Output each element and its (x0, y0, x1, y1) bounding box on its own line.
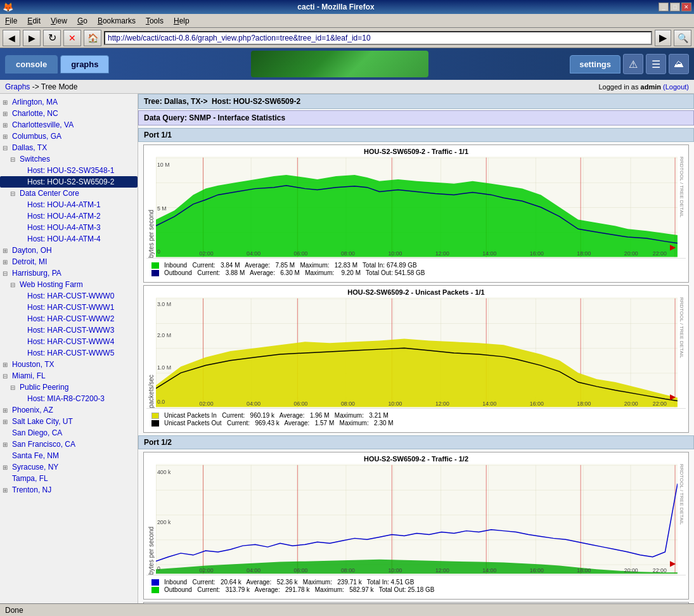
logout-link[interactable]: (Logout) (663, 83, 689, 91)
sidebar-item-www2[interactable]: Host: HAR-CUST-WWW2 (0, 313, 138, 324)
datacenter-link[interactable]: Data Center Core (20, 189, 79, 198)
www2-link[interactable]: Host: HAR-CUST-WWW2 (27, 314, 114, 323)
sw6509-link[interactable]: Host: HOU-S2-SW6509-2 (27, 177, 114, 186)
santafe-link[interactable]: Santa Fe, NM (12, 451, 59, 460)
charlotte-link[interactable]: Charlotte, NC (12, 109, 58, 118)
forward-button[interactable]: ▶ (23, 30, 41, 46)
graphs-breadcrumb-link[interactable]: Graphs (5, 82, 30, 91)
sidebar-item-dayton[interactable]: ⊞ Dayton, OH (0, 245, 138, 256)
trenton-link[interactable]: Trenton, NJ (12, 485, 51, 494)
sidebar-item-saltlake[interactable]: ⊞ Salt Lake City, UT (0, 416, 138, 427)
arlington-link[interactable]: Arlington, MA (12, 98, 58, 106)
maximize-button[interactable]: □ (670, 3, 680, 11)
webhosting-link[interactable]: Web Hosting Farm (20, 280, 83, 289)
tampa-link[interactable]: Tampa, FL (12, 474, 48, 483)
sidebar-item-harrisburg[interactable]: ⊟ Harrisburg, PA (0, 267, 138, 279)
menu-bookmarks[interactable]: Bookmarks (95, 15, 138, 27)
search-button[interactable]: 🔍 (674, 30, 691, 46)
harrisburg-link[interactable]: Harrisburg, PA (12, 269, 61, 278)
menu-go[interactable]: Go (75, 15, 90, 27)
www3-link[interactable]: Host: HAR-CUST-WWW3 (27, 326, 114, 335)
sidebar-item-switches[interactable]: ⊟ Switches (0, 153, 138, 165)
sidebar-item-trenton[interactable]: ⊞ Trenton, NJ (0, 484, 138, 496)
atm4-link[interactable]: Host: HOU-A4-ATM-4 (27, 234, 101, 243)
sidebar-item-www1[interactable]: Host: HAR-CUST-WWW1 (0, 302, 138, 313)
reload-button[interactable]: ↻ (43, 30, 61, 46)
sidebar-item-santafe[interactable]: Santa Fe, NM (0, 450, 138, 461)
www5-link[interactable]: Host: HAR-CUST-WWW5 (27, 349, 114, 357)
miami-link[interactable]: Miami, FL (12, 371, 46, 380)
sidebar-item-miami[interactable]: ⊟ Miami, FL (0, 370, 138, 382)
sanfrancisco-link[interactable]: San Francisco, CA (12, 440, 75, 449)
phoenix-link[interactable]: Phoenix, AZ (12, 406, 53, 414)
sidebar-item-atm1[interactable]: Host: HOU-A4-ATM-1 (0, 199, 138, 210)
menu-tools[interactable]: Tools (143, 15, 166, 27)
sidebar-item-atm3[interactable]: Host: HOU-A4-ATM-3 (0, 222, 138, 233)
sidebar-item-publicpeering[interactable]: ⊟ Public Peering (0, 382, 138, 393)
data-query-label: Data Query: SNMP - Interface Statistics (144, 113, 285, 122)
back-button[interactable]: ◀ (3, 30, 20, 46)
sidebar-item-www3[interactable]: Host: HAR-CUST-WWW3 (0, 324, 138, 336)
stop-button[interactable]: ✕ (63, 30, 81, 46)
sidebar-item-columbus[interactable]: ⊞ Columbus, GA (0, 131, 138, 142)
sw3548-link[interactable]: Host: HOU-S2-SW3548-1 (27, 166, 114, 175)
atm2-link[interactable]: Host: HOU-A4-ATM-2 (27, 212, 101, 221)
c7200-link[interactable]: Host: MIA-R8-C7200-3 (27, 394, 105, 403)
sidebar-item-dallas[interactable]: ⊟ Dallas, TX (0, 142, 138, 153)
address-bar (104, 31, 652, 45)
dallas-link[interactable]: Dallas, TX (12, 143, 47, 152)
menu-help[interactable]: Help (171, 15, 192, 27)
address-input[interactable] (108, 34, 648, 42)
sidebar-item-www5[interactable]: Host: HAR-CUST-WWW5 (0, 347, 138, 359)
sidebar-item-detroit[interactable]: ⊞ Detroit, MI (0, 256, 138, 267)
publicpeering-link[interactable]: Public Peering (20, 383, 68, 392)
switches-link[interactable]: Switches (20, 155, 50, 164)
www1-link[interactable]: Host: HAR-CUST-WWW1 (27, 303, 114, 312)
detroit-link[interactable]: Detroit, MI (12, 257, 47, 266)
right-label-unicast-11: RRDTOOL / TREE DETAIL (678, 297, 686, 408)
sidebar-item-tampa[interactable]: Tampa, FL (0, 473, 138, 484)
syracuse-link[interactable]: Syracuse, NY (12, 463, 58, 472)
alert-icon-button[interactable]: ⚠ (623, 54, 643, 74)
sidebar-item-phoenix[interactable]: ⊞ Phoenix, AZ (0, 404, 138, 416)
www0-link[interactable]: Host: HAR-CUST-WWW0 (27, 292, 114, 300)
graphs-tab[interactable]: graphs (60, 55, 109, 74)
atm1-link[interactable]: Host: HOU-A4-ATM-1 (27, 200, 101, 209)
go-button[interactable]: ▶ (655, 30, 671, 46)
www4-link[interactable]: Host: HAR-CUST-WWW4 (27, 337, 114, 346)
sidebar-item-sandiego[interactable]: San Diego, CA (0, 427, 138, 439)
graph-traffic-12: HOU-S2-SW6509-2 - Traffic - 1/2 bytes pe… (143, 452, 689, 600)
sidebar-item-datacenter[interactable]: ⊟ Data Center Core (0, 188, 138, 199)
settings-button[interactable]: settings (570, 55, 620, 74)
sidebar-item-arlington[interactable]: ⊞ Arlington, MA (0, 96, 138, 108)
houston-link[interactable]: Houston, TX (12, 360, 54, 369)
sidebar-item-c7200[interactable]: Host: MIA-R8-C7200-3 (0, 393, 138, 404)
sidebar-item-charlottesville[interactable]: ⊞ Charlottesville, VA (0, 119, 138, 131)
sidebar-item-atm2[interactable]: Host: HOU-A4-ATM-2 (0, 210, 138, 222)
menu-view[interactable]: View (48, 15, 70, 27)
sidebar-item-webhosting[interactable]: ⊟ Web Hosting Farm (0, 279, 138, 290)
sidebar-item-atm4[interactable]: Host: HOU-A4-ATM-4 (0, 233, 138, 245)
saltlake-link[interactable]: Salt Lake City, UT (12, 417, 73, 426)
sidebar-item-www4[interactable]: Host: HAR-CUST-WWW4 (0, 336, 138, 347)
sidebar-item-houston[interactable]: ⊞ Houston, TX (0, 359, 138, 370)
sidebar-item-sw6509[interactable]: Host: HOU-S2-SW6509-2 (0, 176, 138, 188)
sidebar-item-www0[interactable]: Host: HAR-CUST-WWW0 (0, 290, 138, 302)
atm3-link[interactable]: Host: HOU-A4-ATM-3 (27, 223, 101, 232)
home-button[interactable]: 🏠 (84, 30, 101, 46)
sidebar-item-sanfrancisco[interactable]: ⊞ San Francisco, CA (0, 439, 138, 450)
sandiego-link[interactable]: San Diego, CA (12, 428, 62, 437)
dayton-link[interactable]: Dayton, OH (12, 246, 52, 255)
columbus-link[interactable]: Columbus, GA (12, 132, 61, 141)
charlottesville-link[interactable]: Charlottesville, VA (12, 120, 74, 129)
console-tab[interactable]: console (5, 55, 58, 74)
menu-file[interactable]: File (3, 15, 20, 27)
sidebar-item-sw3548[interactable]: Host: HOU-S2-SW3548-1 (0, 165, 138, 176)
zoom-icon-button[interactable]: ⛰ (669, 54, 689, 74)
menu-edit[interactable]: Edit (25, 15, 43, 27)
sidebar-item-syracuse[interactable]: ⊞ Syracuse, NY (0, 461, 138, 473)
minimize-button[interactable]: _ (659, 3, 669, 11)
sidebar-item-charlotte[interactable]: ⊞ Charlotte, NC (0, 108, 138, 119)
close-button[interactable]: ✕ (681, 3, 691, 11)
list-icon-button[interactable]: ☰ (646, 54, 666, 74)
